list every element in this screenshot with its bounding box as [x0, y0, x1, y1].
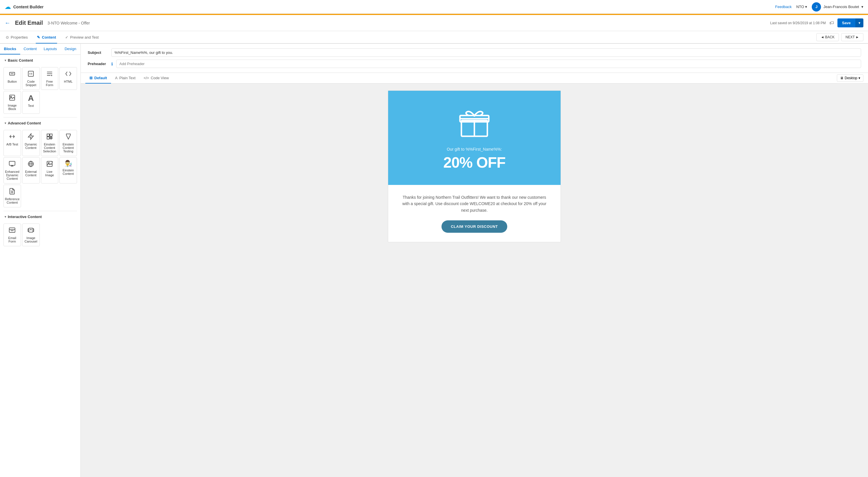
back-arrow-button[interactable]: ← — [5, 20, 10, 26]
save-button[interactable]: Save — [837, 19, 855, 27]
block-reference-content[interactable]: Reference Content — [3, 184, 21, 207]
basic-content-chevron-icon: ▾ — [5, 59, 6, 62]
enhanced-dynamic-content-label: Enhanced Dynamic Content — [5, 170, 20, 180]
preheader-info-icon[interactable]: ℹ — [111, 62, 113, 66]
tag-icon[interactable]: 🏷 — [829, 21, 834, 26]
block-image-block[interactable]: Image Block — [3, 91, 21, 114]
html-icon — [65, 70, 72, 78]
claim-discount-button[interactable]: CLAIM YOUR DISCOUNT — [441, 220, 507, 233]
subject-input[interactable] — [111, 48, 861, 57]
email-form-icon — [9, 227, 16, 235]
hero-subtitle: Our gift to %%First_Name%%: — [397, 147, 551, 151]
block-button[interactable]: Button — [3, 67, 21, 90]
block-text[interactable]: A Text — [22, 91, 40, 114]
edit-header: ← Edit Email 3-NTO Welcome - Offer Last … — [0, 15, 868, 31]
interactive-content-label: Interactive Content — [8, 214, 42, 219]
block-ab-test[interactable]: A/B Test — [3, 130, 21, 156]
preheader-input[interactable] — [116, 60, 861, 68]
einstein-content-selection-icon — [46, 133, 53, 141]
svg-point-22 — [52, 161, 53, 163]
user-name: Jean-Francois Boutet — [823, 5, 859, 9]
page-title: Edit Email — [15, 20, 43, 26]
tab-preview-test[interactable]: ✓ Preview and Test — [64, 32, 100, 43]
feedback-link[interactable]: Feedback — [775, 5, 792, 9]
edit-header-actions: Last saved on 9/26/2019 at 1:08 PM 🏷 Sav… — [770, 19, 863, 27]
einstein-content-selection-label: Einstein Content Selection — [42, 143, 57, 153]
svg-rect-9 — [47, 134, 49, 136]
next-button[interactable]: NEXT ► — [841, 33, 863, 41]
block-live-image[interactable]: Live Image — [41, 157, 59, 183]
tab-plain-text[interactable]: A Plain Text — [111, 73, 140, 83]
svg-rect-11 — [47, 137, 49, 139]
preheader-label: Preheader — [88, 62, 108, 66]
hero-discount: 20% OFF — [397, 154, 551, 171]
block-image-carousel[interactable]: Image Carousel — [22, 224, 40, 246]
email-meta: Subject Preheader ℹ — [81, 44, 868, 73]
block-email-form[interactable]: Email Form — [3, 224, 21, 246]
block-einstein-content-selection[interactable]: Einstein Content Selection — [41, 130, 59, 156]
hero-section: Our gift to %%First_Name%%: 20% OFF — [388, 91, 561, 185]
tab-default[interactable]: ⊞ Default — [85, 73, 111, 83]
text-icon: A — [28, 94, 34, 102]
image-carousel-label: Image Carousel — [24, 236, 38, 243]
einstein-content-testing-label: Einstein Content Testing — [61, 143, 75, 153]
user-dropdown-icon: ▾ — [861, 5, 863, 9]
tab-code-view[interactable]: </> Code View — [140, 73, 173, 83]
subject-label: Subject — [88, 50, 108, 55]
properties-icon: ⊙ — [6, 35, 9, 39]
tab-properties[interactable]: ⊙ Properties — [5, 32, 29, 43]
block-einstein-content-testing[interactable]: Einstein Content Testing — [59, 130, 77, 156]
email-preview-area: Our gift to %%First_Name%%: 20% OFF Than… — [81, 83, 868, 249]
einstein-content-testing-icon — [65, 133, 72, 141]
section-interactive-content[interactable]: ▾ Interactive Content — [0, 211, 81, 221]
svg-marker-8 — [28, 134, 33, 139]
org-selector[interactable]: NTO ▾ — [796, 5, 807, 9]
svg-point-5 — [51, 75, 52, 76]
block-dynamic-content[interactable]: Dynamic Content — [22, 130, 40, 156]
top-nav-right: Feedback NTO ▾ J Jean-Francois Boutet ▾ — [775, 2, 863, 11]
html-label: HTML — [64, 80, 73, 83]
tab-content[interactable]: ✎ Content — [36, 32, 57, 43]
desktop-view-button[interactable]: 🖥 Desktop ▾ — [837, 74, 863, 82]
panel-tab-content[interactable]: Content — [20, 44, 40, 55]
top-nav-left: ☁ Content Builder — [5, 3, 775, 11]
svg-rect-2 — [28, 71, 33, 76]
dynamic-content-icon — [27, 133, 34, 141]
org-dropdown-icon: ▾ — [805, 5, 807, 9]
live-image-icon — [46, 161, 53, 168]
panel-tab-blocks[interactable]: Blocks — [0, 44, 20, 55]
free-form-icon — [46, 70, 53, 78]
block-code-snippet[interactable]: Code Snippet — [22, 67, 40, 90]
advanced-content-grid: A/B Test Dynamic Content Einstein Conten… — [0, 128, 81, 211]
image-carousel-icon — [27, 227, 34, 235]
advanced-content-label: Advanced Content — [8, 121, 41, 125]
basic-content-label: Basic Content — [8, 58, 33, 63]
block-free-form[interactable]: Free Form — [41, 67, 59, 90]
desktop-icon: 🖥 — [840, 76, 843, 80]
sub-nav: ⊙ Properties ✎ Content ✓ Preview and Tes… — [0, 31, 868, 44]
email-canvas: Our gift to %%First_Name%%: 20% OFF Than… — [388, 91, 561, 242]
save-dropdown-button[interactable]: ▾ — [855, 19, 863, 27]
basic-content-grid: Button Code Snippet Free Form HTML — [0, 65, 81, 117]
block-external-content[interactable]: External Content — [22, 157, 40, 183]
free-form-label: Free Form — [42, 80, 57, 87]
user-menu[interactable]: J Jean-Francois Boutet ▾ — [812, 2, 863, 11]
block-einstein-content[interactable]: 👨‍🔬 Einstein Content — [59, 157, 77, 183]
back-button[interactable]: ◄ BACK — [816, 33, 839, 41]
block-enhanced-dynamic-content[interactable]: Enhanced Dynamic Content — [3, 157, 21, 183]
panel-tab-design[interactable]: Design — [60, 44, 81, 55]
external-content-label: External Content — [24, 170, 38, 177]
section-advanced-content[interactable]: ▾ Advanced Content — [0, 117, 81, 128]
panel-tab-layouts[interactable]: Layouts — [40, 44, 61, 55]
user-avatar: J — [812, 2, 821, 11]
reference-content-icon — [9, 188, 16, 196]
plain-text-label: Plain Text — [119, 76, 135, 80]
desktop-dropdown-icon: ▾ — [859, 76, 860, 80]
block-html[interactable]: HTML — [59, 67, 77, 90]
einstein-content-label: Einstein Content — [61, 169, 75, 175]
svg-rect-16 — [9, 161, 15, 165]
gift-icon — [397, 105, 551, 140]
email-form-label: Email Form — [5, 236, 20, 243]
default-tab-icon: ⊞ — [89, 76, 93, 80]
section-basic-content[interactable]: ▾ Basic Content — [0, 55, 81, 65]
